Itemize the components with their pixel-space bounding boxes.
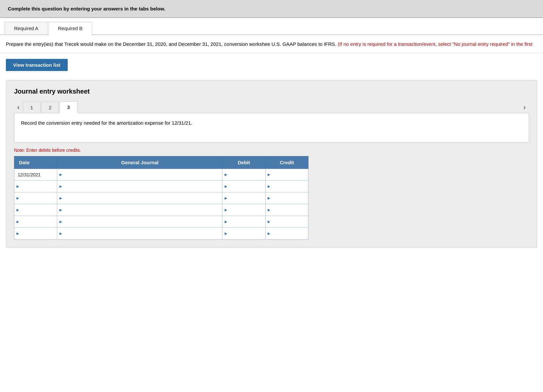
date-cell-1[interactable]: ► — [14, 181, 57, 192]
date-input-5[interactable] — [21, 228, 57, 239]
credit-input-5[interactable] — [272, 228, 308, 239]
debit-cell-0[interactable]: ► — [222, 169, 265, 181]
entry-tab-2[interactable]: 2 — [41, 102, 59, 113]
arrow-icon: ► — [222, 219, 229, 224]
journal-cell-4[interactable]: ► — [57, 216, 222, 228]
debit-input-3[interactable] — [229, 204, 265, 216]
instruction-text: Complete this question by entering your … — [8, 6, 165, 11]
col-header-journal: General Journal — [57, 156, 222, 169]
arrow-icon: ► — [266, 219, 272, 224]
date-input-1[interactable] — [21, 181, 57, 192]
arrow-icon: ► — [57, 184, 64, 189]
date-input-2[interactable] — [21, 192, 57, 204]
journal-input-1[interactable] — [64, 181, 222, 192]
credit-cell-5[interactable]: ► — [265, 228, 308, 240]
arrow-icon: ► — [222, 207, 229, 212]
worksheet-title: Journal entry worksheet — [14, 88, 529, 95]
arrow-icon: ► — [14, 196, 21, 201]
arrow-icon: ► — [222, 196, 229, 201]
journal-cell-2[interactable]: ► — [57, 192, 222, 204]
instruction-red-text: (If no entry is required for a transacti… — [338, 41, 532, 47]
debit-input-5[interactable] — [229, 228, 265, 239]
instruction-bar: Complete this question by entering your … — [0, 0, 543, 18]
main-tabs: Required A Required B — [0, 21, 543, 35]
arrow-icon: ► — [14, 207, 21, 212]
journal-input-5[interactable] — [64, 228, 222, 239]
col-header-date: Date — [14, 156, 57, 169]
journal-input-3[interactable] — [64, 204, 222, 216]
entry-next-button[interactable]: › — [520, 101, 529, 113]
journal-cell-5[interactable]: ► — [57, 228, 222, 240]
credit-input-4[interactable] — [272, 216, 308, 227]
tab-required-b[interactable]: Required B — [48, 22, 92, 35]
table-row: ► ► ► — [14, 181, 308, 192]
entry-description-text: Record the conversion entry needed for t… — [21, 120, 192, 126]
arrow-icon: ► — [222, 172, 229, 177]
arrow-icon: ► — [57, 196, 64, 201]
journal-cell-3[interactable]: ► — [57, 204, 222, 216]
arrow-icon: ► — [266, 231, 272, 236]
date-input-3[interactable] — [21, 204, 57, 216]
arrow-icon: ► — [57, 207, 64, 212]
debit-input-4[interactable] — [229, 216, 265, 227]
credit-input-2[interactable] — [272, 192, 308, 204]
arrow-icon: ► — [14, 184, 21, 189]
entry-prev-button[interactable]: ‹ — [14, 101, 23, 113]
date-cell-5[interactable]: ► — [14, 228, 57, 240]
credit-cell-0[interactable]: ► — [265, 169, 308, 181]
col-header-credit: Credit — [265, 156, 308, 169]
journal-cell-0[interactable]: ► — [57, 169, 222, 181]
credit-cell-2[interactable]: ► — [265, 192, 308, 204]
arrow-icon: ► — [222, 184, 229, 189]
entry-tab-3[interactable]: 3 — [60, 101, 77, 113]
debit-input-2[interactable] — [229, 192, 265, 204]
table-row: ► ► ► — [14, 228, 308, 240]
credit-input-1[interactable] — [272, 181, 308, 192]
arrow-icon: ► — [14, 219, 21, 224]
arrow-icon: ► — [57, 172, 64, 177]
date-cell-4[interactable]: ► — [14, 216, 57, 228]
debit-cell-4[interactable]: ► — [222, 216, 265, 228]
arrow-icon: ► — [266, 207, 272, 212]
journal-input-2[interactable] — [64, 192, 222, 204]
journal-cell-1[interactable]: ► — [57, 181, 222, 192]
entry-tabs-row: ‹ 1 2 3 › — [14, 101, 529, 113]
arrow-icon: ► — [57, 231, 64, 236]
journal-table: Date General Journal Debit Credit 12/31/… — [14, 156, 308, 240]
debit-cell-3[interactable]: ► — [222, 204, 265, 216]
credit-cell-4[interactable]: ► — [265, 216, 308, 228]
note-text: Note: Enter debits before credits. — [14, 148, 529, 153]
tab-required-a[interactable]: Required A — [5, 22, 48, 34]
col-header-debit: Debit — [222, 156, 265, 169]
debit-input-1[interactable] — [229, 181, 265, 192]
instruction-block: Prepare the entry(ies) that Trecek would… — [0, 35, 543, 53]
journal-entry-worksheet: Journal entry worksheet ‹ 1 2 3 › Record… — [6, 80, 537, 248]
journal-input-4[interactable] — [64, 216, 222, 227]
journal-input-0[interactable] — [64, 169, 222, 180]
debit-input-0[interactable] — [229, 169, 265, 180]
arrow-icon: ► — [222, 231, 229, 236]
credit-cell-1[interactable]: ► — [265, 181, 308, 192]
credit-input-3[interactable] — [272, 204, 308, 216]
arrow-icon: ► — [266, 184, 272, 189]
debit-cell-5[interactable]: ► — [222, 228, 265, 240]
date-cell-3[interactable]: ► — [14, 204, 57, 216]
credit-cell-3[interactable]: ► — [265, 204, 308, 216]
entry-description-box: Record the conversion entry needed for t… — [14, 113, 529, 142]
table-row: 12/31/2021 ► ► ► — [14, 169, 308, 181]
debit-cell-1[interactable]: ► — [222, 181, 265, 192]
table-row: ► ► ► — [14, 216, 308, 228]
debit-cell-2[interactable]: ► — [222, 192, 265, 204]
arrow-icon: ► — [57, 219, 64, 224]
date-cell-2[interactable]: ► — [14, 192, 57, 204]
entry-tab-1[interactable]: 1 — [23, 102, 41, 113]
instruction-main-text: Prepare the entry(ies) that Trecek would… — [6, 41, 336, 47]
table-row: ► ► ► — [14, 204, 308, 216]
date-input-4[interactable] — [21, 216, 57, 227]
arrow-icon: ► — [266, 196, 272, 201]
date-cell-0: 12/31/2021 — [14, 169, 57, 181]
arrow-icon: ► — [266, 172, 272, 177]
view-transaction-button[interactable]: View transaction list — [6, 59, 68, 71]
table-row: ► ► ► — [14, 192, 308, 204]
credit-input-0[interactable] — [272, 169, 308, 180]
